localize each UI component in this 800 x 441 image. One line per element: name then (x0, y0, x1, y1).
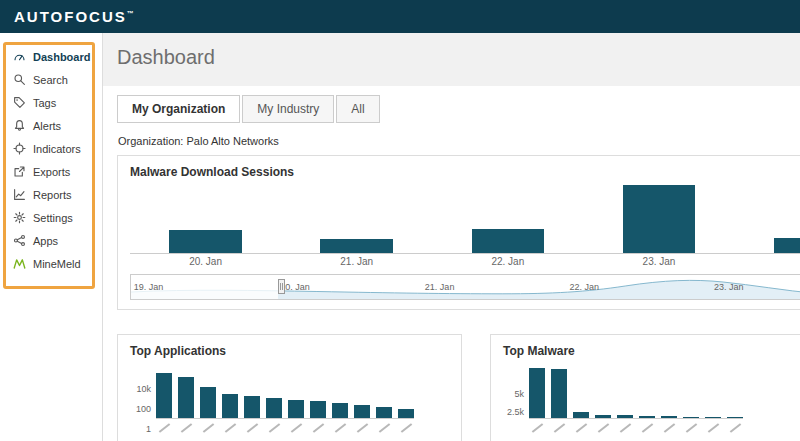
sidebar-item-alerts[interactable]: Alerts (0, 114, 102, 137)
rotated-x-tick-label (310, 422, 326, 429)
bar[interactable] (398, 409, 414, 418)
tab-my-industry[interactable]: My Industry (242, 95, 334, 123)
sidebar-item-label: Search (33, 74, 68, 86)
app-logo[interactable]: AUTOFOCUS™ (0, 8, 134, 25)
rotated-x-tick-label (727, 422, 743, 429)
top-malware-y-axis: 5k2.5k (503, 366, 529, 429)
x-axis-label: 21. Jan (281, 256, 432, 267)
session-bar[interactable] (623, 185, 696, 253)
bar[interactable] (178, 377, 194, 418)
sidebar-item-reports[interactable]: Reports (0, 183, 102, 206)
session-bar[interactable] (320, 239, 393, 253)
rotated-x-tick-label (551, 422, 567, 429)
rotated-x-tick-label (705, 422, 721, 429)
rotated-x-tick-label (683, 422, 699, 429)
rotated-x-tick-label (595, 422, 611, 429)
rotated-x-tick-label (376, 422, 392, 429)
malware-sessions-chart (130, 183, 800, 254)
top-applications-title: Top Applications (130, 344, 449, 358)
rotated-x-tick-label (332, 422, 348, 429)
indicators-icon (13, 142, 26, 155)
rotated-x-tick-label (178, 422, 194, 429)
malware-sessions-x-axis: 20. Jan21. Jan22. Jan23. Jan (130, 254, 800, 269)
sidebar-item-apps[interactable]: Apps (0, 229, 102, 252)
organization-label: Organization: Palo Alto Networks (118, 135, 800, 147)
bar[interactable] (727, 417, 743, 418)
session-bar[interactable] (472, 229, 545, 253)
search-icon (13, 73, 26, 86)
minemeld-icon (13, 257, 26, 270)
sidebar-item-label: MineMeld (33, 258, 81, 270)
y-axis-tick-label: 100 (136, 404, 151, 414)
y-axis-tick-label: 5k (514, 389, 524, 399)
bottom-panels-row: Top Applications 10k1001 Top Malware 5k2… (117, 334, 800, 441)
main-content: Dashboard My OrganizationMy IndustryAll … (103, 33, 800, 441)
bar[interactable] (332, 403, 348, 418)
navigator-label: 21. Jan (425, 282, 455, 292)
bar[interactable] (683, 417, 699, 418)
bar[interactable] (639, 416, 655, 418)
navigator-label: 23. Jan (714, 282, 744, 292)
bar[interactable] (551, 369, 567, 418)
top-applications-panel: Top Applications 10k1001 (117, 334, 462, 441)
y-axis-tick-label: 10k (136, 384, 151, 394)
rotated-x-tick-label (288, 422, 304, 429)
bar[interactable] (310, 401, 326, 418)
sidebar-item-exports[interactable]: Exports (0, 160, 102, 183)
sidebar-item-tags[interactable]: Tags (0, 91, 102, 114)
session-bar[interactable] (169, 230, 242, 253)
sidebar-menu: DashboardSearchTagsAlertsIndicatorsExpor… (0, 45, 102, 275)
bar[interactable] (288, 400, 304, 418)
bar[interactable] (354, 405, 370, 418)
bar[interactable] (705, 417, 721, 418)
bar[interactable] (244, 396, 260, 418)
sidebar-item-label: Exports (33, 166, 70, 178)
sidebar-item-settings[interactable]: Settings (0, 206, 102, 229)
bell-icon (13, 119, 26, 132)
export-icon (13, 165, 26, 178)
top-malware-title: Top Malware (503, 344, 797, 358)
page-title: Dashboard (117, 46, 800, 69)
rotated-x-tick-label (266, 422, 282, 429)
topbar: AUTOFOCUS™ (0, 0, 800, 33)
bar[interactable] (376, 407, 392, 418)
bar[interactable] (573, 412, 589, 418)
trademark-symbol: ™ (127, 10, 134, 17)
sidebar-item-indicators[interactable]: Indicators (0, 137, 102, 160)
tab-all[interactable]: All (336, 95, 379, 123)
session-bar[interactable] (774, 238, 800, 253)
bar[interactable] (617, 415, 633, 418)
timeline-navigator[interactable]: 19. Jan20. Jan21. Jan22. Jan23. Jan (130, 274, 800, 300)
bar[interactable] (266, 398, 282, 418)
settings-icon (13, 211, 26, 224)
navigator-label: 19. Jan (134, 282, 164, 292)
sidebar-item-label: Settings (33, 212, 73, 224)
sidebar-item-dashboard[interactable]: Dashboard (0, 45, 102, 68)
navigator-left-handle[interactable] (278, 279, 285, 294)
rotated-x-tick-label (398, 422, 414, 429)
bar[interactable] (661, 416, 677, 418)
bar[interactable] (222, 394, 238, 418)
reports-icon (13, 188, 26, 201)
rotated-x-tick-label (354, 422, 370, 429)
tab-my-organization[interactable]: My Organization (117, 95, 240, 123)
bar[interactable] (156, 373, 172, 418)
top-applications-x-axis (156, 422, 414, 429)
malware-sessions-title: Malware Download Sessions (130, 165, 800, 179)
sidebar-item-minemeld[interactable]: MineMeld (0, 252, 102, 275)
sidebar-item-label: Tags (33, 97, 56, 109)
sidebar-item-label: Dashboard (33, 51, 90, 63)
y-axis-tick-label: 1 (146, 424, 151, 434)
content-card: My OrganizationMy IndustryAll Organizati… (103, 86, 800, 441)
tab-bar: My OrganizationMy IndustryAll (117, 95, 800, 123)
top-malware-chart (529, 366, 743, 419)
sidebar: DashboardSearchTagsAlertsIndicatorsExpor… (0, 33, 103, 441)
bar[interactable] (595, 415, 611, 419)
rotated-x-tick-label (200, 422, 216, 429)
rotated-x-tick-label (244, 422, 260, 429)
bar[interactable] (529, 368, 545, 418)
bar[interactable] (200, 387, 216, 418)
rotated-x-tick-label (661, 422, 677, 429)
sidebar-item-search[interactable]: Search (0, 68, 102, 91)
top-malware-panel: Top Malware 5k2.5k (490, 334, 800, 441)
